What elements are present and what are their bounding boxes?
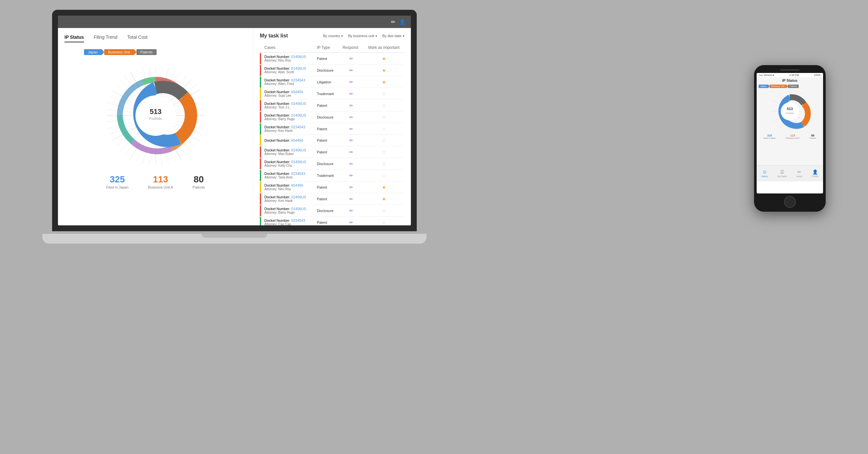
respond-cell[interactable]: ✏ xyxy=(339,181,363,193)
docket-link[interactable]: 654456 xyxy=(291,183,304,187)
docket-link[interactable]: 0234543 xyxy=(291,125,305,129)
docket-link[interactable]: 01456US xyxy=(291,148,306,152)
breadcrumb-japan[interactable]: Japan xyxy=(84,49,101,55)
respond-cell[interactable]: ✏ xyxy=(339,76,363,88)
docket-link[interactable]: 654456 xyxy=(291,139,304,142)
respond-cell[interactable]: ✏ xyxy=(339,205,363,217)
respond-edit-icon[interactable]: ✏ xyxy=(349,161,353,167)
respond-cell[interactable]: ✏ xyxy=(339,53,363,64)
docket-link[interactable]: 01456US xyxy=(291,66,306,70)
left-panel: IP Status Filing Trend Total Cost Japan … xyxy=(58,28,253,225)
star-icon[interactable]: ★ xyxy=(382,80,386,85)
respond-cell[interactable]: ✏ xyxy=(339,100,363,111)
star-icon[interactable]: ☆ xyxy=(382,91,386,96)
docket-link[interactable]: 654456 xyxy=(291,90,304,94)
phone-tab-tasks[interactable]: ☰ My Tasks xyxy=(777,169,787,178)
importance-cell[interactable]: ☆ xyxy=(363,217,404,226)
respond-cell[interactable]: ✏ xyxy=(339,64,363,76)
nav-tabs: IP Status Filing Trend Total Cost xyxy=(64,34,246,42)
respond-edit-icon[interactable]: ✏ xyxy=(349,91,353,96)
respond-cell[interactable]: ✏ xyxy=(339,146,363,158)
star-icon[interactable]: ☆ xyxy=(382,220,386,225)
star-icon[interactable]: ☆ xyxy=(382,173,386,178)
star-icon[interactable]: ☆ xyxy=(382,115,386,120)
importance-cell[interactable]: ☆ xyxy=(363,158,404,170)
ip-type-cell: Patent xyxy=(313,146,339,158)
docket-link[interactable]: 01456US xyxy=(291,101,306,105)
star-icon[interactable]: ★ xyxy=(382,68,386,73)
importance-cell[interactable]: ☆ xyxy=(363,170,404,181)
respond-edit-icon[interactable]: ✏ xyxy=(349,173,353,178)
docket-link[interactable]: 01456US xyxy=(291,207,306,211)
importance-cell[interactable]: ☆ xyxy=(363,123,404,135)
tab-filing-trend[interactable]: Filing Trend xyxy=(94,34,118,42)
respond-cell[interactable]: ✏ xyxy=(339,88,363,100)
respond-cell[interactable]: ✏ xyxy=(339,170,363,181)
respond-cell[interactable]: ✏ xyxy=(339,111,363,123)
filter-by-business-unit[interactable]: By business unit xyxy=(348,34,377,38)
star-icon[interactable]: ☆ xyxy=(382,208,386,213)
star-icon[interactable]: ☆ xyxy=(382,103,386,108)
respond-cell[interactable]: ✏ xyxy=(339,123,363,135)
docket-link[interactable]: 0234543 xyxy=(291,78,305,82)
filter-by-due-date[interactable]: By due date xyxy=(382,34,404,38)
docket-link[interactable]: 0234543 xyxy=(291,172,305,176)
respond-edit-icon[interactable]: ✏ xyxy=(349,56,353,61)
respond-edit-icon[interactable]: ✏ xyxy=(349,126,353,131)
respond-edit-icon[interactable]: ✏ xyxy=(349,150,353,155)
phone-tab-profile[interactable]: 👤 Profile xyxy=(812,169,818,178)
ip-type-cell: Patent xyxy=(313,193,339,205)
importance-cell[interactable]: ☆ xyxy=(363,88,404,100)
phone-tab-status-label: Status xyxy=(762,175,768,178)
filter-by-country[interactable]: By country xyxy=(323,34,343,38)
star-icon[interactable]: ☆ xyxy=(382,161,386,167)
profile-icon[interactable]: 👤 xyxy=(399,19,406,25)
respond-edit-icon[interactable]: ✏ xyxy=(349,196,353,202)
docket-link[interactable]: 01456US xyxy=(291,113,306,117)
importance-cell[interactable]: ☆ xyxy=(363,111,404,123)
phone-home-button[interactable] xyxy=(784,196,796,208)
phone-tab-notes[interactable]: ✏ Notes xyxy=(796,169,802,178)
importance-cell[interactable]: ★ xyxy=(363,64,404,76)
star-icon[interactable]: ★ xyxy=(382,185,386,190)
star-icon[interactable]: ☆ xyxy=(382,150,386,155)
importance-cell[interactable]: ☆ xyxy=(363,146,404,158)
respond-edit-icon[interactable]: ✏ xyxy=(349,103,353,108)
respond-cell[interactable]: ✏ xyxy=(339,135,363,146)
ip-type-cell: Trademark xyxy=(313,88,339,100)
respond-edit-icon[interactable]: ✏ xyxy=(349,185,353,190)
ip-type-cell: Trademark xyxy=(313,170,339,181)
respond-edit-icon[interactable]: ✏ xyxy=(349,68,353,73)
importance-cell[interactable]: ☆ xyxy=(363,205,404,217)
star-icon[interactable]: ★ xyxy=(382,56,386,61)
star-icon[interactable]: ☆ xyxy=(382,138,386,143)
docket-link[interactable]: 01456US xyxy=(291,160,306,164)
respond-edit-icon[interactable]: ✏ xyxy=(349,208,353,213)
phone-stat-1: 325 Filed in Japan xyxy=(764,134,776,139)
importance-cell[interactable]: ★ xyxy=(363,76,404,88)
star-icon[interactable]: ★ xyxy=(382,196,386,202)
importance-cell[interactable]: ☆ xyxy=(363,100,404,111)
respond-cell[interactable]: ✏ xyxy=(339,158,363,170)
respond-cell[interactable]: ✏ xyxy=(339,217,363,226)
phone-tab-status[interactable]: ⊙ Status xyxy=(762,169,768,178)
tab-ip-status[interactable]: IP Status xyxy=(64,34,84,42)
respond-edit-icon[interactable]: ✏ xyxy=(349,115,353,120)
respond-edit-icon[interactable]: ✏ xyxy=(349,220,353,225)
edit-icon[interactable]: ✏ xyxy=(391,19,395,25)
importance-cell[interactable]: ★ xyxy=(363,53,404,64)
docket-link[interactable]: 01456US xyxy=(291,55,306,59)
docket-link[interactable]: 0234543 xyxy=(291,218,305,222)
breadcrumb-business-unit[interactable]: Business Unit xyxy=(104,49,134,55)
table-row: Docket Number: 01456USAttorney: Ken Hank… xyxy=(260,193,404,205)
docket-link[interactable]: 01456US xyxy=(291,195,306,199)
respond-edit-icon[interactable]: ✏ xyxy=(349,80,353,85)
breadcrumb-patents[interactable]: Patents xyxy=(136,49,156,55)
respond-edit-icon[interactable]: ✏ xyxy=(349,138,353,143)
importance-cell[interactable]: ☆ xyxy=(363,135,404,146)
respond-cell[interactable]: ✏ xyxy=(339,193,363,205)
importance-cell[interactable]: ★ xyxy=(363,193,404,205)
importance-cell[interactable]: ★ xyxy=(363,181,404,193)
tab-total-cost[interactable]: Total Cost xyxy=(127,34,148,42)
star-icon[interactable]: ☆ xyxy=(382,126,386,131)
